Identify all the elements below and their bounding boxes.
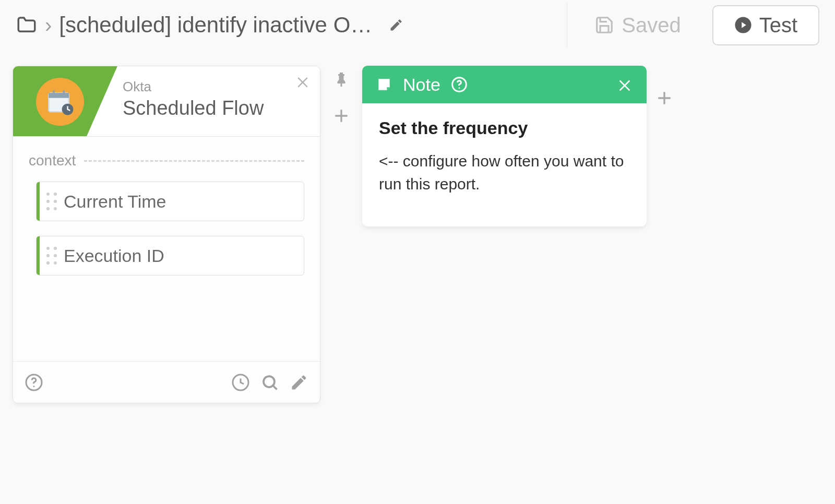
note-heading: Set the frequency [379, 118, 630, 138]
breadcrumb: › [scheduled] identify inactive O… [16, 13, 556, 38]
note-card: Note Set the frequency <-- configure how… [362, 66, 647, 226]
schedule-calendar-icon [45, 87, 75, 117]
svg-point-13 [458, 87, 460, 89]
test-button[interactable]: Test [712, 5, 819, 45]
section-row-context: context [29, 152, 304, 169]
pin-icon[interactable] [332, 71, 351, 90]
help-icon[interactable] [25, 373, 43, 392]
add-step-icon[interactable] [331, 105, 352, 126]
note-icon [376, 76, 392, 93]
field-pill[interactable]: Current Time [36, 182, 304, 221]
note-text: <-- configure how often you want to run … [379, 150, 630, 195]
breadcrumb-separator-icon: › [45, 15, 52, 35]
svg-line-11 [273, 386, 277, 390]
field-pill[interactable]: Execution ID [36, 236, 304, 275]
add-step-end-icon[interactable] [654, 88, 675, 109]
drag-handle-icon[interactable] [40, 193, 64, 210]
test-label: Test [759, 14, 797, 37]
card-footer [13, 361, 320, 403]
trigger-card: Okta Scheduled Flow context Current Time… [13, 66, 320, 403]
flow-title[interactable]: [scheduled] identify inactive O… [59, 13, 372, 38]
card-header: Okta Scheduled Flow [13, 66, 320, 137]
card-title: Scheduled Flow [123, 97, 264, 119]
play-icon [734, 16, 752, 34]
search-icon[interactable] [260, 373, 279, 392]
drag-handle-icon[interactable] [40, 247, 64, 265]
note-body[interactable]: Set the frequency <-- configure how ofte… [362, 103, 647, 226]
saved-label: Saved [622, 14, 681, 37]
card-avatar [36, 78, 84, 126]
history-icon[interactable] [231, 373, 250, 392]
flow-canvas: Okta Scheduled Flow context Current Time… [0, 50, 835, 419]
folder-icon[interactable] [16, 14, 38, 36]
svg-rect-3 [49, 93, 69, 98]
top-bar: › [scheduled] identify inactive O… Saved… [0, 0, 835, 50]
card-body: context Current Time Execution ID [13, 137, 320, 361]
edit-icon[interactable] [290, 373, 308, 392]
note-close-icon[interactable] [616, 76, 633, 93]
svg-point-8 [33, 386, 35, 387]
field-label: Execution ID [64, 246, 164, 266]
section-label: context [29, 152, 76, 169]
between-card-tools [331, 66, 352, 126]
note-header: Note [362, 66, 647, 103]
edit-title-icon[interactable] [389, 18, 403, 32]
note-header-label: Note [403, 75, 440, 95]
svg-point-10 [264, 376, 275, 387]
card-header-text: Okta Scheduled Flow [123, 79, 264, 119]
saved-status: Saved [582, 9, 693, 41]
field-label: Current Time [64, 191, 166, 212]
section-divider [84, 160, 304, 162]
note-help-icon[interactable] [451, 76, 468, 93]
card-close-icon[interactable] [295, 74, 311, 89]
save-icon [594, 15, 614, 35]
card-provider-label: Okta [123, 79, 264, 95]
toolbar-divider [567, 3, 567, 47]
